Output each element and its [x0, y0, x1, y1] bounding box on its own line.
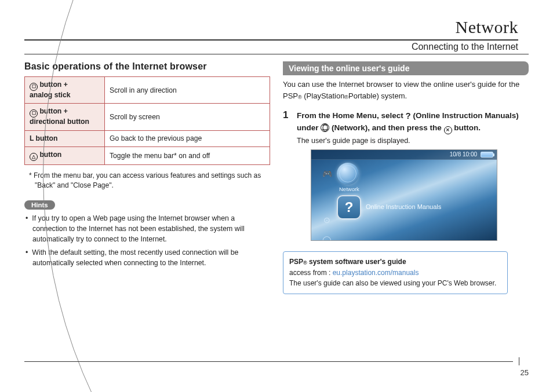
subsection-title: Connecting to the Internet [24, 42, 518, 52]
shot-selected-label: Online Instruction Manuals [366, 203, 441, 210]
triangle-button-icon: △ [30, 153, 38, 161]
linkbox-title: PSP® system software user's guide [289, 258, 406, 266]
left-heading: Basic operations of the Internet browser [24, 61, 270, 72]
registered-mark: ® [344, 94, 348, 100]
shot-globe-icon [337, 163, 359, 185]
registered-mark: ® [298, 94, 302, 100]
linkbox-url[interactable]: eu.playstation.com/manuals [333, 269, 419, 277]
instruction-step: 1 From the Home Menu, select ? (Online I… [283, 109, 529, 250]
table-val: Scroll in any direction [105, 77, 270, 104]
psp-screenshot: 10/8 10:00 🎮 ⊙ ◯ Network ? Online Instru… [311, 149, 497, 241]
left-column: Basic operations of the Internet browser… [24, 61, 270, 294]
page-header: Network Connecting to the Internet [24, 17, 529, 52]
footer-rule [24, 357, 519, 365]
right-column: Viewing the online user's guide You can … [283, 61, 529, 294]
section-band: Viewing the online user's guide [283, 61, 529, 75]
table-row: ☐ button + analog stick Scroll in any di… [25, 77, 270, 104]
manual-page: Network Connecting to the Internet Basic… [0, 0, 553, 392]
hints-list: If you try to open a Web page using the … [24, 213, 270, 269]
controller-icon: 🎮 [319, 166, 334, 181]
step-note: The user's guide page is displayed. [297, 137, 529, 145]
rss-icon: ⊙ [319, 213, 334, 228]
table-key: ☐ button + analog stick [25, 77, 105, 104]
shot-network-label: Network [339, 186, 359, 192]
list-item: If you try to open a Web page using the … [24, 213, 270, 245]
table-row: L button Go back to the previous page [25, 130, 270, 146]
table-val: Scroll by screen [105, 104, 270, 130]
table-key: ☐ button + directional button [25, 104, 105, 130]
question-icon: ? [406, 111, 411, 120]
linkbox-note: The user's guide can also be viewed usin… [289, 279, 496, 287]
square-button-icon: ☐ [30, 109, 38, 118]
network-globe-icon [321, 123, 329, 132]
battery-icon [481, 152, 493, 157]
table-footnote: * From the menu bar, you can access vari… [27, 171, 270, 191]
table-key: L button [25, 130, 105, 146]
table-key: △ button [25, 146, 105, 164]
header-rule [24, 39, 518, 41]
chat-icon: ◯ [319, 232, 334, 241]
section-title: Network [24, 17, 518, 37]
registered-mark: ® [303, 260, 307, 266]
list-item: With the default setting, the most recen… [24, 247, 270, 269]
square-button-icon: ☐ [30, 83, 38, 91]
shot-topbar: 10/8 10:00 [311, 150, 497, 160]
link-box: PSP® system software user's guide access… [283, 251, 508, 294]
step-instruction: From the Home Menu, select ? (Online Ins… [297, 109, 529, 134]
shot-clock: 10/8 10:00 [450, 151, 477, 157]
hints-badge: Hints [24, 200, 55, 210]
table-row: △ button Toggle the menu bar* on and off [25, 146, 270, 164]
header-subrule [24, 54, 529, 54]
shot-side-icons: 🎮 ⊙ ◯ [319, 166, 334, 241]
linkbox-access: access from : [289, 269, 333, 277]
table-val: Toggle the menu bar* on and off [105, 146, 270, 164]
content-columns: Basic operations of the Internet browser… [24, 61, 529, 294]
step-number: 1 [283, 109, 292, 250]
intro-paragraph: You can use the Internet browser to view… [283, 79, 529, 101]
cross-button-icon: ✕ [444, 126, 452, 134]
shot-selected-icon: ? [337, 195, 361, 219]
page-number: 25 [521, 368, 529, 377]
operations-table: ☐ button + analog stick Scroll in any di… [24, 76, 270, 165]
table-val: Go back to the previous page [105, 130, 270, 146]
table-row: ☐ button + directional button Scroll by … [25, 104, 270, 130]
step-body: From the Home Menu, select ? (Online Ins… [297, 109, 529, 250]
